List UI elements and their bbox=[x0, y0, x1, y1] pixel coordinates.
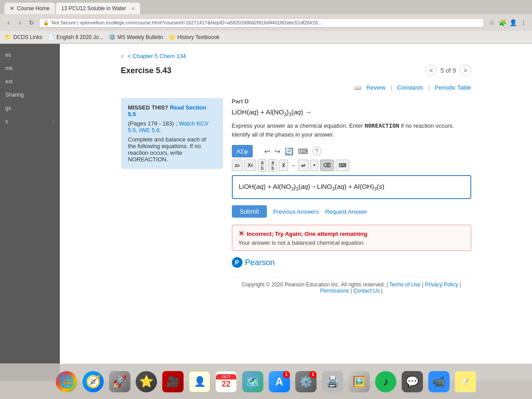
terms-link[interactable]: Terms of Use bbox=[389, 282, 421, 288]
bookmark-ms-weekly[interactable]: ⚙️ MS Weekly Bulletin bbox=[109, 34, 163, 40]
privacy-link[interactable]: Privacy Policy bbox=[425, 282, 458, 288]
periodic-table-link[interactable]: Periodic Table bbox=[435, 84, 471, 91]
bookmark-english[interactable]: 📄 English 8 2020 Jo... bbox=[47, 34, 103, 40]
sidebar-item-ext[interactable]: ext bbox=[0, 75, 60, 88]
forward-button[interactable]: › bbox=[16, 19, 24, 27]
contact-link[interactable]: Contact Us bbox=[353, 288, 379, 294]
missed-pages: (Pages 179 - 183) ; Watch KCV 5.5, IWE 5… bbox=[128, 120, 216, 133]
bookmarks-bar: 📁 DCDS Links 📄 English 8 2020 Jo... ⚙️ M… bbox=[0, 31, 532, 43]
toolbar-icons: ☆ 🧩 👤 ⋮ bbox=[488, 19, 528, 27]
bookmark-history-label: History Textboook bbox=[177, 34, 219, 40]
bookmark-ms-label: MS Weekly Bulletin bbox=[117, 34, 163, 40]
pearson-circle-icon: P bbox=[232, 257, 243, 268]
footer: Copyright © 2020 Pearson Education Inc. … bbox=[232, 277, 471, 298]
calendar-month: OCT bbox=[216, 374, 236, 379]
bookmark-star-icon: ⭐ bbox=[168, 34, 176, 40]
xb-button[interactable]: Xb bbox=[244, 160, 256, 171]
missed-box: MISSED THIS? Read Section 5.5 (Pages 179… bbox=[121, 98, 223, 169]
two-column: MISSED THIS? Read Section 5.5 (Pages 179… bbox=[121, 98, 471, 298]
dot-button[interactable]: • bbox=[310, 160, 318, 171]
submit-button[interactable]: Submit bbox=[232, 205, 267, 218]
previous-answers-link[interactable]: Previous Answers bbox=[273, 208, 319, 215]
breadcrumb[interactable]: < < Chapter 5 Chem 134 bbox=[121, 53, 471, 59]
dock-calendar[interactable]: OCT 22 bbox=[215, 370, 238, 393]
permissions-link[interactable]: Permissions bbox=[320, 288, 349, 294]
redo-icon[interactable]: ↪ bbox=[274, 147, 280, 156]
facetime-icon: 📹 bbox=[428, 371, 450, 392]
dock-photos[interactable]: 🖼️ bbox=[348, 370, 371, 393]
dock-maps[interactable]: 🗺️ bbox=[241, 370, 264, 393]
tab-course-home[interactable]: ✕ Course Home bbox=[4, 3, 55, 14]
xa-button[interactable]: xa bbox=[232, 160, 243, 171]
double-arrow-button[interactable]: ⇌ bbox=[298, 160, 309, 171]
profile-icon[interactable]: 👤 bbox=[509, 19, 517, 27]
dock-safari[interactable]: 🧭 bbox=[82, 370, 105, 393]
dock-sticky-notes[interactable]: 📝 bbox=[454, 370, 477, 393]
dock: 🌐 🧭 🚀 ⭐ 🎥 👤 OCT 22 🗺️ A 1 ⚙️ 1 🖨️ 🖼️ ♪ bbox=[0, 364, 532, 399]
dock-spotify[interactable]: ♪ bbox=[374, 370, 397, 393]
xbar-button[interactable]: x̄ bbox=[279, 160, 288, 171]
dock-appstore[interactable]: A 1 bbox=[268, 370, 291, 393]
maps-icon: 🗺️ bbox=[242, 371, 263, 392]
review-link[interactable]: Review bbox=[367, 84, 386, 91]
pagination: < 5 of 9 > bbox=[425, 65, 471, 76]
fraction-btn2[interactable]: a b bbox=[268, 159, 277, 172]
answer-input[interactable]: LiOH(aq) + Al(NO3)3(aq)→LiNO3(aq) + Al(O… bbox=[232, 175, 471, 199]
dock-facetime-app[interactable]: 📹 bbox=[427, 370, 450, 393]
back-button[interactable]: ‹ bbox=[4, 19, 12, 27]
tab-active[interactable]: 13 PCU12 Soluble in Water ✕ bbox=[56, 3, 140, 14]
sidebar-item-me[interactable]: me bbox=[0, 62, 60, 75]
prev-page-button[interactable]: < bbox=[425, 65, 437, 76]
chrome-icon: 🌐 bbox=[56, 371, 77, 392]
help-icon[interactable]: ? bbox=[313, 147, 321, 156]
dock-messages[interactable]: 💬 bbox=[401, 370, 424, 393]
delete-button[interactable]: ⌫ bbox=[320, 160, 334, 171]
bookmark-history[interactable]: ⭐ History Textboook bbox=[168, 34, 219, 40]
bookmark-dcds-links[interactable]: 📁 DCDS Links bbox=[4, 34, 42, 40]
undo-icon[interactable]: ↩ bbox=[264, 147, 270, 156]
arrow-button[interactable]: → bbox=[290, 162, 296, 169]
bookmark-dcds-label: DCDS Links bbox=[13, 34, 42, 40]
extension-icon[interactable]: 🧩 bbox=[498, 19, 506, 27]
dock-rocket[interactable]: 🚀 bbox=[108, 370, 131, 393]
dock-star[interactable]: ⭐ bbox=[135, 370, 158, 393]
sidebar-item-sharing[interactable]: Sharing bbox=[0, 88, 60, 102]
math-toolbar-row1: AΣφ ↩ ↪ 🔄 ⌨ ? bbox=[232, 145, 471, 157]
keyboard-icon[interactable]: ⌨ bbox=[298, 147, 308, 156]
lock-icon: 🔒 bbox=[43, 20, 49, 26]
content-inner: < < Chapter 5 Chem 134 Exercise 5.43 < 5… bbox=[108, 44, 485, 307]
refresh-icon[interactable]: 🔄 bbox=[285, 147, 293, 156]
tab-active-close[interactable]: ✕ bbox=[131, 6, 135, 11]
sidebar-item-gs[interactable]: gs bbox=[0, 102, 60, 115]
dock-chrome[interactable]: 🌐 bbox=[55, 370, 78, 393]
sidebar-item-s[interactable]: s › bbox=[0, 115, 60, 128]
page-indicator: 5 of 9 bbox=[440, 67, 456, 74]
fraction-button[interactable]: a b bbox=[258, 159, 267, 172]
tab-close-icon[interactable]: ✕ bbox=[10, 5, 14, 12]
tab-active-label: 13 PCU12 Soluble in Water bbox=[61, 5, 126, 12]
dock-system-prefs[interactable]: ⚙️ 1 bbox=[294, 370, 317, 393]
url-bar[interactable]: 🔒 Not Secure | openvellum.ecollege.com/c… bbox=[39, 18, 484, 27]
star-icon[interactable]: ☆ bbox=[488, 19, 496, 27]
review-icon: 📖 bbox=[354, 84, 361, 91]
pearson-brand: Pearson bbox=[245, 258, 275, 267]
error-header: ✕ Incorrect; Try Again; One attempt rema… bbox=[239, 230, 465, 238]
dock-video-cam[interactable]: 🎥 bbox=[161, 370, 184, 393]
constants-link[interactable]: Constants bbox=[397, 84, 423, 91]
dock-printer-app[interactable]: 🖨️ bbox=[321, 370, 344, 393]
sidebar-item-es[interactable]: es bbox=[0, 48, 60, 62]
next-page-button[interactable]: > bbox=[460, 65, 471, 76]
browser-tabs: ✕ Course Home 13 PCU12 Soluble in Water … bbox=[0, 0, 532, 14]
azphi-button[interactable]: AΣφ bbox=[232, 145, 253, 157]
request-answer-link[interactable]: Request Answer bbox=[325, 208, 367, 215]
breadcrumb-text: < Chapter 5 Chem 134 bbox=[128, 53, 186, 59]
menu-icon[interactable]: ⋮ bbox=[520, 19, 528, 27]
sticky-icon: 📝 bbox=[455, 371, 476, 392]
dock-notes-app[interactable]: 👤 bbox=[188, 370, 211, 393]
keyboard-small-button[interactable]: ⌨ bbox=[336, 160, 349, 171]
main-layout: es me ext Sharing gs s › < < Chapter 5 C… bbox=[0, 44, 532, 381]
photos-icon: 🖼️ bbox=[348, 371, 370, 392]
missed-title: MISSED THIS? Read Section 5.5 bbox=[128, 104, 216, 117]
refresh-button[interactable]: ↻ bbox=[27, 19, 35, 27]
question-instruction: Express your answer as a chemical equati… bbox=[232, 121, 471, 139]
